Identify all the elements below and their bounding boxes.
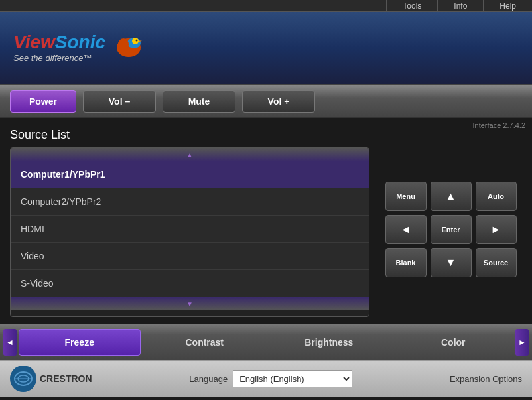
nav-row-2: ◄ Enter ► <box>379 215 522 244</box>
main-content: Interface 2.7.4.2 Source List ▲ Computer… <box>0 118 532 324</box>
right-controls: Menu ▲ Auto ◄ Enter ► Blank <box>379 125 522 317</box>
logo-bird <box>109 31 149 64</box>
scroll-right-icon: ► <box>518 338 526 347</box>
language-label: Language <box>189 374 228 384</box>
expansion-options[interactable]: Expansion Options <box>450 374 522 384</box>
vol-minus-button[interactable]: Vol – <box>83 90 156 113</box>
svg-point-2 <box>118 38 129 50</box>
auto-label: Auto <box>488 192 504 200</box>
scroll-down-arrow: ▼ <box>186 300 193 308</box>
menu-button[interactable]: Menu <box>385 182 427 211</box>
crestron-logo-svg <box>13 369 33 389</box>
crestron-text: CRESTRON <box>40 373 92 384</box>
source-item-computer1[interactable]: Computer1/YPbPr1 <box>11 161 369 188</box>
toolbar-scroll-right[interactable]: ► <box>515 329 529 356</box>
scroll-left-icon: ◄ <box>6 338 14 347</box>
right-button[interactable]: ► <box>476 215 517 244</box>
source-list-panel: Source List ▲ Computer1/YPbPr1 Computer2… <box>10 125 369 317</box>
footer-center: Language English (English) <box>92 370 450 387</box>
vol-plus-button[interactable]: Vol + <box>242 90 315 113</box>
left-button[interactable]: ◄ <box>385 215 427 244</box>
toolbar-item-contrast[interactable]: Contrast <box>145 329 265 356</box>
blank-button[interactable]: Blank <box>385 248 427 277</box>
source-item-video[interactable]: Video <box>11 243 369 270</box>
control-bar: Power Vol – Mute Vol + <box>0 85 532 118</box>
source-item-computer2[interactable]: Computer2/YPbPr2 <box>11 188 369 216</box>
left-arrow-icon: ◄ <box>401 224 411 235</box>
auto-button[interactable]: Auto <box>476 182 517 211</box>
menu-items: Tools Info Help <box>386 0 532 12</box>
menu-item-help[interactable]: Help <box>483 0 532 12</box>
right-arrow-icon: ► <box>491 224 501 235</box>
source-list-container: ▲ Computer1/YPbPr1 Computer2/YPbPr2 HDMI… <box>10 147 369 317</box>
logo-area: ViewSonic See the difference™ <box>13 33 105 63</box>
enter-label: Enter <box>441 226 460 233</box>
source-label: Source <box>484 259 508 267</box>
down-button[interactable]: ▼ <box>431 248 472 277</box>
source-list-scroll-down[interactable]: ▼ <box>11 297 369 310</box>
nav-row-3: Blank ▼ Source <box>379 248 522 277</box>
logo-blue: Sonic <box>55 32 105 52</box>
source-list-items: Computer1/YPbPr1 Computer2/YPbPr2 HDMI V… <box>11 161 369 297</box>
power-button[interactable]: Power <box>10 90 76 113</box>
up-arrow-icon: ▲ <box>446 190 456 202</box>
logo-text: ViewSonic <box>13 33 105 52</box>
enter-button[interactable]: Enter <box>431 215 472 244</box>
top-menu-bar: Tools Info Help <box>0 0 532 12</box>
crestron-logo: CRESTRON <box>10 366 92 392</box>
nav-row-1: Menu ▲ Auto <box>379 182 522 211</box>
menu-item-info[interactable]: Info <box>437 0 483 12</box>
bird-illustration <box>109 31 149 64</box>
svg-point-3 <box>132 38 139 44</box>
footer: CRESTRON Language English (English) Expa… <box>0 360 532 397</box>
scroll-up-arrow: ▲ <box>186 151 193 159</box>
svg-point-4 <box>136 40 138 42</box>
bottom-toolbar: ◄ Freeze Contrast Brightness Color ► <box>0 324 532 360</box>
interface-version: Interface 2.7.4.2 <box>473 121 526 129</box>
blank-label: Blank <box>396 259 416 267</box>
toolbar-item-brightness[interactable]: Brightness <box>269 329 389 356</box>
toolbar-item-color[interactable]: Color <box>393 329 514 356</box>
toolbar-item-freeze[interactable]: Freeze <box>19 329 141 356</box>
toolbar-items: Freeze Contrast Brightness Color <box>17 329 515 356</box>
logo-red: View <box>13 32 55 52</box>
logo-tagline: See the difference™ <box>13 53 105 63</box>
source-item-svideo[interactable]: S-Video <box>11 270 369 297</box>
source-item-hdmi[interactable]: HDMI <box>11 216 369 243</box>
language-select[interactable]: English (English) <box>233 370 352 387</box>
source-button[interactable]: Source <box>476 248 517 277</box>
up-button[interactable]: ▲ <box>431 182 472 211</box>
menu-item-tools[interactable]: Tools <box>386 0 437 12</box>
toolbar-scroll-left[interactable]: ◄ <box>3 329 17 356</box>
crestron-circle <box>10 366 36 392</box>
down-arrow-icon: ▼ <box>446 257 456 269</box>
source-list-title: Source List <box>10 128 369 142</box>
menu-label: Menu <box>396 192 415 200</box>
header: ViewSonic See the difference™ <box>0 12 532 85</box>
mute-button[interactable]: Mute <box>163 90 235 113</box>
source-list-scroll-up[interactable]: ▲ <box>11 148 369 161</box>
